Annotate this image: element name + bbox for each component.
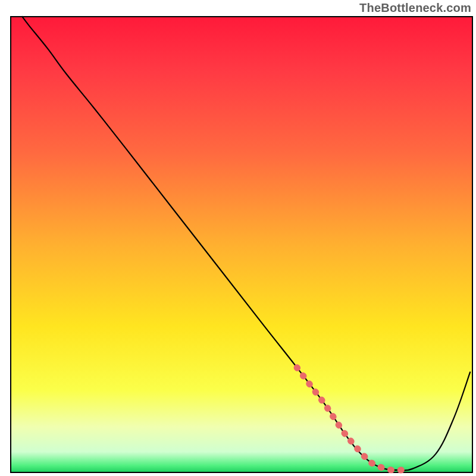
plot-background (11, 17, 472, 472)
attribution-text: TheBottleneck.com (359, 1, 471, 15)
bottleneck-chart (0, 0, 476, 476)
